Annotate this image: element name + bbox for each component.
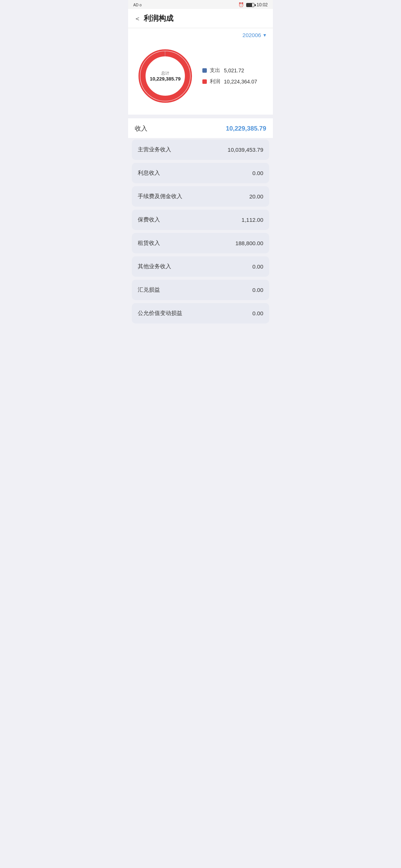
list-item[interactable]: 利息收入 0.00 xyxy=(132,163,269,183)
item-value: 1,112.00 xyxy=(242,217,263,223)
item-label: 其他业务收入 xyxy=(138,263,171,270)
svg-point-3 xyxy=(139,50,191,102)
legend-value-expense: 5,021.72 xyxy=(224,68,244,73)
time-display: 10:02 xyxy=(257,2,268,7)
item-label: 利息收入 xyxy=(138,170,160,177)
svg-point-1 xyxy=(143,54,188,98)
legend-dot-expense xyxy=(202,68,207,73)
period-value: 202006 xyxy=(242,32,261,38)
period-selector[interactable]: 202006 ▼ xyxy=(242,32,267,38)
legend-item-profit: 利润 10,224,364.07 xyxy=(202,78,257,85)
legend-value-profit: 10,224,364.07 xyxy=(224,79,257,85)
battery-indicator xyxy=(246,2,254,7)
item-value: 0.00 xyxy=(252,170,263,176)
period-bar: 202006 ▼ xyxy=(128,28,273,40)
list-item[interactable]: 手续费及佣金收入 20.00 xyxy=(132,186,269,207)
list-item[interactable]: 其他业务收入 0.00 xyxy=(132,256,269,277)
item-label: 租赁收入 xyxy=(138,240,160,247)
legend-name-profit: 利润 xyxy=(210,78,221,85)
legend-item-expense: 支出 5,021.72 xyxy=(202,67,257,74)
income-list: 主营业务收入 10,039,453.79 利息收入 0.00 手续费及佣金收入 … xyxy=(128,138,273,326)
item-label: 汇兑损益 xyxy=(138,286,160,293)
donut-svg xyxy=(136,46,195,106)
item-label: 主营业务收入 xyxy=(138,146,171,153)
item-value: 20.00 xyxy=(249,193,263,200)
chart-section: 总计 10,229,385.79 支出 5,021.72 利润 10,224,3… xyxy=(128,40,273,115)
income-label: 收入 xyxy=(135,124,147,133)
item-value: 0.00 xyxy=(252,287,263,293)
page-title: 利润构成 xyxy=(144,13,173,23)
item-value: 0.00 xyxy=(252,310,263,316)
list-item[interactable]: 主营业务收入 10,039,453.79 xyxy=(132,139,269,160)
income-total: 10,229,385.79 xyxy=(226,125,266,132)
legend: 支出 5,021.72 利润 10,224,364.07 xyxy=(202,67,257,85)
list-item[interactable]: 租赁收入 188,800.00 xyxy=(132,233,269,253)
item-value: 10,039,453.79 xyxy=(228,147,263,153)
item-label: 保费收入 xyxy=(138,216,160,223)
section-divider xyxy=(128,115,273,118)
income-header: 收入 10,229,385.79 xyxy=(128,118,273,138)
item-value: 188,800.00 xyxy=(235,240,263,246)
status-right: ⏰ 10:02 xyxy=(238,2,268,7)
status-left-text: AD o xyxy=(133,3,141,7)
status-bar: AD o ⏰ 10:02 xyxy=(128,0,273,9)
item-value: 0.00 xyxy=(252,263,263,270)
list-item[interactable]: 汇兑损益 0.00 xyxy=(132,280,269,300)
status-left: AD o xyxy=(133,3,141,7)
alarm-icon: ⏰ xyxy=(238,2,244,7)
item-label: 手续费及佣金收入 xyxy=(138,193,182,200)
item-label: 公允价值变动损益 xyxy=(138,310,182,317)
page-header: ＜ 利润构成 xyxy=(128,9,273,28)
legend-dot-profit xyxy=(202,79,207,84)
list-item[interactable]: 保费收入 1,112.00 xyxy=(132,210,269,230)
donut-chart: 总计 10,229,385.79 xyxy=(136,46,195,106)
list-item[interactable]: 公允价值变动损益 0.00 xyxy=(132,303,269,323)
chevron-down-icon: ▼ xyxy=(263,33,267,38)
legend-name-expense: 支出 xyxy=(210,67,221,74)
back-button[interactable]: ＜ xyxy=(134,14,141,23)
